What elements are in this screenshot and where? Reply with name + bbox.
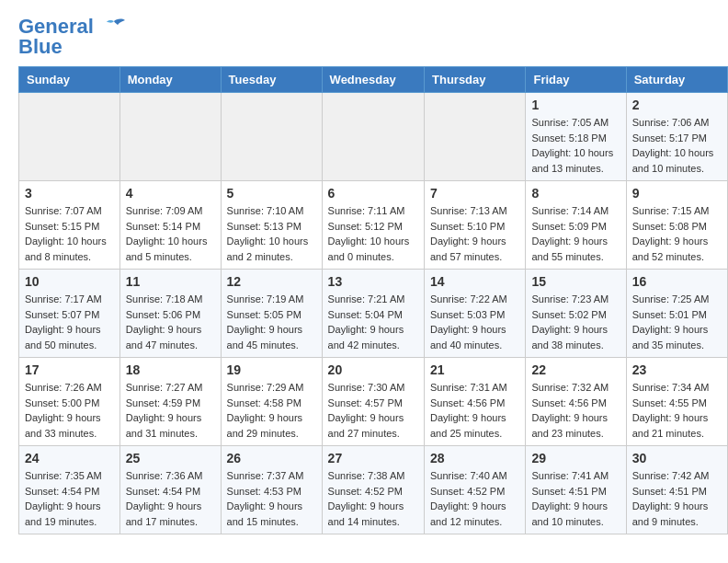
calendar-body: 1Sunrise: 7:05 AMSunset: 5:18 PMDaylight… bbox=[19, 93, 728, 534]
weekday-header-tuesday: Tuesday bbox=[221, 67, 322, 93]
day-number: 16 bbox=[632, 274, 722, 289]
calendar-day: 16Sunrise: 7:25 AMSunset: 5:01 PMDayligh… bbox=[626, 270, 727, 358]
calendar-day: 30Sunrise: 7:42 AMSunset: 4:51 PMDayligh… bbox=[626, 446, 727, 534]
calendar-day: 24Sunrise: 7:35 AMSunset: 4:54 PMDayligh… bbox=[19, 446, 120, 534]
weekday-header-saturday: Saturday bbox=[626, 67, 727, 93]
day-number: 6 bbox=[328, 186, 418, 201]
day-number: 13 bbox=[328, 274, 418, 289]
weekday-header-sunday: Sunday bbox=[19, 67, 120, 93]
day-number: 3 bbox=[25, 186, 114, 201]
day-info: Sunrise: 7:21 AMSunset: 5:04 PMDaylight:… bbox=[328, 292, 418, 352]
day-number: 27 bbox=[328, 451, 418, 465]
calendar-day: 26Sunrise: 7:37 AMSunset: 4:53 PMDayligh… bbox=[221, 446, 322, 534]
day-number: 1 bbox=[531, 98, 620, 112]
day-info: Sunrise: 7:40 AMSunset: 4:52 PMDaylight:… bbox=[430, 468, 519, 529]
calendar-day: 14Sunrise: 7:22 AMSunset: 5:03 PMDayligh… bbox=[425, 270, 526, 358]
day-info: Sunrise: 7:23 AMSunset: 5:02 PMDaylight:… bbox=[531, 292, 620, 352]
day-info: Sunrise: 7:26 AMSunset: 5:00 PMDaylight:… bbox=[25, 380, 114, 441]
calendar-day: 18Sunrise: 7:27 AMSunset: 4:59 PMDayligh… bbox=[119, 358, 221, 446]
calendar-day: 5Sunrise: 7:10 AMSunset: 5:13 PMDaylight… bbox=[221, 181, 322, 270]
calendar-day: 2Sunrise: 7:06 AMSunset: 5:17 PMDaylight… bbox=[626, 93, 727, 181]
day-number: 22 bbox=[531, 362, 620, 377]
calendar-day: 19Sunrise: 7:29 AMSunset: 4:58 PMDayligh… bbox=[221, 358, 322, 446]
day-number: 8 bbox=[531, 186, 620, 201]
bird-icon bbox=[101, 17, 127, 38]
calendar-day bbox=[221, 93, 322, 181]
day-number: 26 bbox=[227, 451, 316, 465]
weekday-header-friday: Friday bbox=[526, 67, 626, 93]
day-info: Sunrise: 7:10 AMSunset: 5:13 PMDaylight:… bbox=[227, 203, 316, 264]
weekday-header-thursday: Thursday bbox=[425, 67, 526, 93]
day-info: Sunrise: 7:29 AMSunset: 4:58 PMDaylight:… bbox=[227, 380, 316, 441]
logo: General Blue bbox=[18, 15, 127, 59]
day-number: 20 bbox=[328, 362, 418, 377]
calendar-day: 25Sunrise: 7:36 AMSunset: 4:54 PMDayligh… bbox=[119, 446, 221, 534]
calendar-week-3: 10Sunrise: 7:17 AMSunset: 5:07 PMDayligh… bbox=[19, 270, 728, 358]
day-number: 10 bbox=[25, 274, 114, 289]
weekday-row: SundayMondayTuesdayWednesdayThursdayFrid… bbox=[19, 67, 728, 93]
day-info: Sunrise: 7:30 AMSunset: 4:57 PMDaylight:… bbox=[328, 380, 418, 441]
calendar-day bbox=[19, 93, 120, 181]
page-header: General Blue bbox=[0, 0, 728, 66]
calendar-wrapper: SundayMondayTuesdayWednesdayThursdayFrid… bbox=[0, 66, 728, 544]
day-number: 2 bbox=[632, 98, 722, 112]
calendar-week-4: 17Sunrise: 7:26 AMSunset: 5:00 PMDayligh… bbox=[19, 358, 728, 446]
day-number: 5 bbox=[227, 186, 316, 201]
calendar-day: 15Sunrise: 7:23 AMSunset: 5:02 PMDayligh… bbox=[526, 270, 626, 358]
calendar-day: 12Sunrise: 7:19 AMSunset: 5:05 PMDayligh… bbox=[221, 270, 322, 358]
calendar-day: 23Sunrise: 7:34 AMSunset: 4:55 PMDayligh… bbox=[626, 358, 727, 446]
day-info: Sunrise: 7:09 AMSunset: 5:14 PMDaylight:… bbox=[126, 203, 215, 264]
day-info: Sunrise: 7:07 AMSunset: 5:15 PMDaylight:… bbox=[25, 203, 114, 264]
day-number: 29 bbox=[531, 451, 620, 465]
calendar-day: 22Sunrise: 7:32 AMSunset: 4:56 PMDayligh… bbox=[526, 358, 626, 446]
day-info: Sunrise: 7:41 AMSunset: 4:51 PMDaylight:… bbox=[531, 468, 620, 529]
day-info: Sunrise: 7:19 AMSunset: 5:05 PMDaylight:… bbox=[227, 292, 316, 352]
calendar-day: 21Sunrise: 7:31 AMSunset: 4:56 PMDayligh… bbox=[425, 358, 526, 446]
day-info: Sunrise: 7:17 AMSunset: 5:07 PMDaylight:… bbox=[25, 292, 114, 352]
day-info: Sunrise: 7:27 AMSunset: 4:59 PMDaylight:… bbox=[126, 380, 215, 441]
calendar-header: SundayMondayTuesdayWednesdayThursdayFrid… bbox=[19, 67, 728, 93]
weekday-header-monday: Monday bbox=[119, 67, 221, 93]
day-info: Sunrise: 7:35 AMSunset: 4:54 PMDaylight:… bbox=[25, 468, 114, 529]
day-info: Sunrise: 7:36 AMSunset: 4:54 PMDaylight:… bbox=[126, 468, 215, 529]
calendar-week-2: 3Sunrise: 7:07 AMSunset: 5:15 PMDaylight… bbox=[19, 181, 728, 270]
day-info: Sunrise: 7:22 AMSunset: 5:03 PMDaylight:… bbox=[430, 292, 519, 352]
day-number: 19 bbox=[227, 362, 316, 377]
day-number: 9 bbox=[632, 186, 722, 201]
calendar-day: 4Sunrise: 7:09 AMSunset: 5:14 PMDaylight… bbox=[119, 181, 221, 270]
day-info: Sunrise: 7:18 AMSunset: 5:06 PMDaylight:… bbox=[126, 292, 215, 352]
day-number: 28 bbox=[430, 451, 519, 465]
day-info: Sunrise: 7:13 AMSunset: 5:10 PMDaylight:… bbox=[430, 203, 519, 264]
calendar-day: 6Sunrise: 7:11 AMSunset: 5:12 PMDaylight… bbox=[322, 181, 424, 270]
calendar-day: 9Sunrise: 7:15 AMSunset: 5:08 PMDaylight… bbox=[626, 181, 727, 270]
day-number: 23 bbox=[632, 362, 722, 377]
calendar-day bbox=[322, 93, 424, 181]
calendar-day: 13Sunrise: 7:21 AMSunset: 5:04 PMDayligh… bbox=[322, 270, 424, 358]
calendar-day: 8Sunrise: 7:14 AMSunset: 5:09 PMDaylight… bbox=[526, 181, 626, 270]
day-info: Sunrise: 7:25 AMSunset: 5:01 PMDaylight:… bbox=[632, 292, 722, 352]
day-number: 7 bbox=[430, 186, 519, 201]
day-number: 14 bbox=[430, 274, 519, 289]
calendar-table: SundayMondayTuesdayWednesdayThursdayFrid… bbox=[18, 66, 728, 534]
calendar-day: 29Sunrise: 7:41 AMSunset: 4:51 PMDayligh… bbox=[526, 446, 626, 534]
weekday-header-wednesday: Wednesday bbox=[322, 67, 424, 93]
day-info: Sunrise: 7:15 AMSunset: 5:08 PMDaylight:… bbox=[632, 203, 722, 264]
calendar-week-5: 24Sunrise: 7:35 AMSunset: 4:54 PMDayligh… bbox=[19, 446, 728, 534]
calendar-day: 1Sunrise: 7:05 AMSunset: 5:18 PMDaylight… bbox=[526, 93, 626, 181]
day-number: 17 bbox=[25, 362, 114, 377]
day-number: 25 bbox=[126, 451, 215, 465]
calendar-day: 20Sunrise: 7:30 AMSunset: 4:57 PMDayligh… bbox=[322, 358, 424, 446]
day-info: Sunrise: 7:37 AMSunset: 4:53 PMDaylight:… bbox=[227, 468, 316, 529]
day-info: Sunrise: 7:32 AMSunset: 4:56 PMDaylight:… bbox=[531, 380, 620, 441]
day-number: 24 bbox=[25, 451, 114, 465]
day-number: 15 bbox=[531, 274, 620, 289]
calendar-day: 7Sunrise: 7:13 AMSunset: 5:10 PMDaylight… bbox=[425, 181, 526, 270]
day-info: Sunrise: 7:38 AMSunset: 4:52 PMDaylight:… bbox=[328, 468, 418, 529]
calendar-day: 10Sunrise: 7:17 AMSunset: 5:07 PMDayligh… bbox=[19, 270, 120, 358]
day-number: 21 bbox=[430, 362, 519, 377]
day-number: 11 bbox=[126, 274, 215, 289]
day-info: Sunrise: 7:31 AMSunset: 4:56 PMDaylight:… bbox=[430, 380, 519, 441]
calendar-day: 28Sunrise: 7:40 AMSunset: 4:52 PMDayligh… bbox=[425, 446, 526, 534]
day-info: Sunrise: 7:11 AMSunset: 5:12 PMDaylight:… bbox=[328, 203, 418, 264]
calendar-day: 11Sunrise: 7:18 AMSunset: 5:06 PMDayligh… bbox=[119, 270, 221, 358]
